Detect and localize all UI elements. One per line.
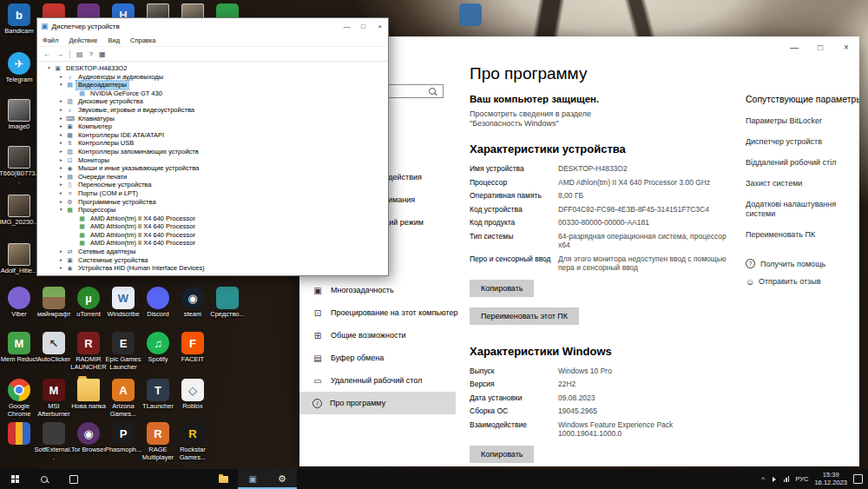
- tree-expander-icon[interactable]: ▾: [60, 81, 66, 89]
- minimize-button[interactable]: —: [781, 36, 807, 57]
- tree-expander-icon[interactable]: ▸: [60, 148, 66, 156]
- tree-item[interactable]: ▾▤Видеоадаптеры: [48, 81, 388, 89]
- desktop-icon[interactable]: µuTorrent: [71, 287, 106, 319]
- tree-item[interactable]: ▾▣DESKTOP-H4833O2: [48, 64, 388, 73]
- tree-expander-icon[interactable]: ▸: [60, 189, 66, 198]
- device-manager-titlebar[interactable]: ▣ Диспетчер устройств —□×: [37, 18, 388, 34]
- desktop-icon[interactable]: RRockstar Games...: [175, 422, 210, 461]
- sidebar-item[interactable]: ▣Многозадачность: [299, 279, 456, 301]
- tree-item[interactable]: ▸≡Порты (COM и LPT): [48, 189, 388, 198]
- desktop-icon[interactable]: [453, 3, 488, 28]
- notification-center-icon[interactable]: [853, 474, 863, 484]
- desktop-icon[interactable]: Средство...: [210, 287, 245, 319]
- tree-expander-icon[interactable]: ▸: [60, 198, 66, 207]
- help-link[interactable]: ?Получить помощь: [746, 259, 859, 268]
- menu-item[interactable]: Файл: [43, 36, 58, 44]
- desktop-icon[interactable]: ✈Telegram: [2, 52, 36, 84]
- tree-item[interactable]: ▦AMD Athlon(tm) II X4 640 Processor: [48, 231, 388, 240]
- settings-button[interactable]: ⚙: [267, 469, 297, 489]
- tree-expander-icon[interactable]: ▸: [60, 73, 66, 82]
- device-manager-button[interactable]: ▣: [238, 469, 267, 489]
- desktop-icon[interactable]: ♫Spotify: [141, 332, 175, 364]
- desktop-icon[interactable]: FFACEIT: [175, 332, 210, 364]
- tree-item[interactable]: ▸⌨Клавиатуры: [48, 115, 388, 123]
- sidebar-item[interactable]: ⊡Проецирование на этот компьютер: [299, 301, 456, 324]
- tree-expander-icon[interactable]: ▸: [60, 122, 66, 131]
- desktop-icon[interactable]: [2, 422, 36, 446]
- desktop-icon[interactable]: майнкрафт: [36, 287, 71, 319]
- tree-item[interactable]: ▸▯Переносные устройства: [48, 181, 388, 189]
- desktop-icon[interactable]: MMem Reduct: [2, 332, 36, 364]
- tree-expander-icon[interactable]: ▸: [60, 248, 66, 256]
- tree-item[interactable]: ▸◉Мыши и иные указывающие устройства: [48, 164, 388, 173]
- maximize-button[interactable]: □: [355, 18, 372, 34]
- close-button[interactable]: ×: [833, 36, 859, 57]
- start-button[interactable]: [0, 469, 30, 489]
- tree-item[interactable]: ▸▣Компьютер: [48, 122, 388, 131]
- desktop-icon[interactable]: image0: [2, 99, 36, 131]
- tree-item[interactable]: ▸▦Контроллеры IDE ATA/ATAPI: [48, 131, 388, 140]
- menu-item[interactable]: Вид: [108, 36, 120, 44]
- taskbar-clock[interactable]: 15:39 16.12.2023: [814, 472, 847, 486]
- tree-item[interactable]: ▦AMD Athlon(tm) II X4 640 Processor: [48, 215, 388, 223]
- language-indicator[interactable]: РУС: [795, 475, 808, 483]
- desktop-icon[interactable]: ↖AutoClicker: [36, 332, 71, 364]
- desktop-icon[interactable]: SotfExternal...: [36, 422, 71, 461]
- desktop-icon[interactable]: MMSI Afterburner: [36, 379, 71, 418]
- security-details-link[interactable]: Просмотреть сведения в разделе "Безопасн…: [470, 109, 635, 129]
- tree-expander-icon[interactable]: ▸: [60, 264, 66, 273]
- tree-expander-icon[interactable]: ▾: [60, 206, 66, 215]
- feedback-link[interactable]: ☺Отправить отзыв: [746, 277, 859, 286]
- close-button[interactable]: ×: [372, 18, 388, 34]
- sidebar-item[interactable]: ▭Удаленный рабочий стол: [299, 369, 456, 392]
- tree-expander-icon[interactable]: ▸: [60, 131, 66, 140]
- search-button[interactable]: [30, 469, 59, 489]
- tree-item[interactable]: ▦AMD Athlon(tm) II X4 640 Processor: [48, 222, 388, 231]
- desktop-icon[interactable]: Adolf_Hitle...: [2, 243, 36, 275]
- tree-expander-icon[interactable]: ▸: [60, 173, 66, 182]
- tree-item[interactable]: ▤NVIDIA GeForce GT 430: [48, 89, 388, 98]
- tree-item[interactable]: ▸▥Дисковые устройства: [48, 97, 388, 106]
- desktop-icon[interactable]: ◉steam: [175, 287, 210, 319]
- tree-expander-icon[interactable]: ▸: [60, 139, 66, 148]
- desktop-icon[interactable]: ◇Roblox: [175, 379, 210, 411]
- tree-item[interactable]: ▸⚙Программные устройства: [48, 198, 388, 207]
- related-link[interactable]: Диспетчер устройств: [746, 137, 859, 147]
- menu-item[interactable]: Действие: [69, 36, 97, 44]
- desktop-icon[interactable]: RRAGE Multiplayer: [141, 422, 175, 461]
- related-link[interactable]: Захист системи: [746, 179, 859, 188]
- desktop-icon[interactable]: RRADMIR LAUNCHER: [71, 332, 106, 371]
- desktop-icon[interactable]: Discord: [141, 287, 175, 319]
- sidebar-item[interactable]: ▤Буфер обмена: [299, 347, 456, 369]
- volume-icon[interactable]: [773, 477, 779, 482]
- desktop-icon[interactable]: Google Chrome: [2, 379, 36, 418]
- sidebar-item[interactable]: iПро программу: [299, 392, 456, 414]
- tree-item[interactable]: ▸▤Очереди печати: [48, 173, 388, 182]
- hidden-icons-chevron[interactable]: ^: [761, 475, 765, 483]
- related-link[interactable]: Додаткові налаштування системи: [746, 200, 859, 219]
- desktop-icon[interactable]: Viber: [2, 287, 36, 319]
- desktop-icon[interactable]: AArizona Games...: [106, 379, 141, 418]
- tree-item[interactable]: ▸◉Устройства HID (Human Interface Device…: [48, 264, 388, 273]
- file-explorer-button[interactable]: [208, 469, 238, 489]
- desktop-icon[interactable]: T660(B0773...: [2, 146, 36, 185]
- desktop-icon[interactable]: bBandicam: [2, 3, 36, 36]
- tree-item[interactable]: ▾▦Процессоры: [48, 206, 388, 215]
- toolbar-icon[interactable]: ▤: [76, 50, 83, 58]
- tree-expander-icon[interactable]: ▸: [60, 164, 66, 173]
- toolbar-icon[interactable]: ▦: [99, 50, 106, 58]
- desktop-icon[interactable]: WWindscribe: [106, 287, 141, 319]
- toolbar-icon[interactable]: ?: [89, 50, 93, 58]
- tree-item[interactable]: ▸⇄Сетевые адаптеры: [48, 248, 388, 256]
- tree-item[interactable]: ▸↯Контроллеры USB: [48, 139, 388, 148]
- task-view-button[interactable]: [59, 469, 89, 489]
- tree-expander-icon[interactable]: ▸: [60, 256, 66, 265]
- tree-item[interactable]: ▸♪Аудиовходы и аудиовыходы: [48, 73, 388, 82]
- toolbar-icon[interactable]: ←: [43, 50, 50, 58]
- desktop-icon[interactable]: Нова папка: [71, 379, 106, 411]
- tree-item[interactable]: ▦AMD Athlon(tm) II X4 640 Processor: [48, 239, 388, 248]
- desktop-icon[interactable]: IMG_20230...: [2, 195, 36, 227]
- network-icon[interactable]: [784, 476, 790, 482]
- tree-item[interactable]: ▸▥Контроллеры запоминающих устройств: [48, 148, 388, 156]
- copy-device-specs-button[interactable]: Копировать: [470, 280, 534, 297]
